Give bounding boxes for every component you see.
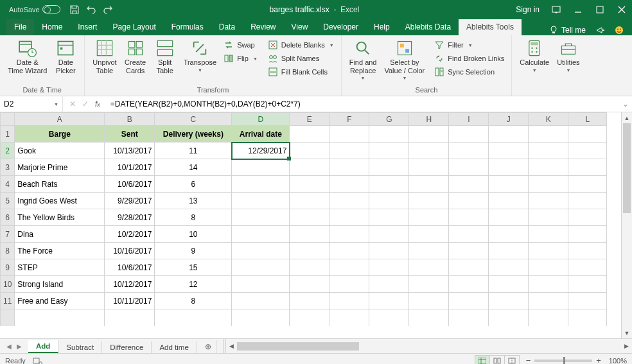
cell-J10[interactable] <box>489 276 529 293</box>
cell-G1[interactable] <box>369 126 409 143</box>
scroll-down-icon[interactable]: ▼ <box>622 327 632 338</box>
cell-D1[interactable]: Arrival date <box>232 126 290 143</box>
cell-J2[interactable] <box>489 143 529 159</box>
smiley-icon[interactable] <box>614 25 624 35</box>
cell-B10[interactable]: 10/12/2017 <box>105 276 155 293</box>
row-header-5[interactable]: 5 <box>1 193 15 209</box>
cell-C3[interactable]: 14 <box>155 159 232 176</box>
cell-A6[interactable]: The Yellow Birds <box>15 209 105 226</box>
tab-ablebits-tools[interactable]: Ablebits Tools <box>459 19 522 35</box>
formula-input[interactable]: =DATE(YEAR(B2)+0,MONTH(B2)+0,DAY(B2)+0+C… <box>107 100 619 108</box>
cell-I10[interactable] <box>449 276 489 293</box>
cell-F9[interactable] <box>329 259 369 276</box>
cell-A3[interactable]: Marjorie Prime <box>15 159 105 176</box>
cell-D9[interactable] <box>232 259 290 276</box>
cell-D3[interactable] <box>232 159 290 176</box>
col-header-C[interactable]: C <box>155 113 232 126</box>
cell-H8[interactable] <box>409 243 449 259</box>
enter-formula-icon[interactable]: ✓ <box>82 100 89 108</box>
col-header-I[interactable]: I <box>449 113 489 126</box>
cell-F11[interactable] <box>329 293 369 309</box>
ribbon-options-icon[interactable] <box>551 4 561 15</box>
date-time-wizard-button[interactable]: Date & Time Wizard <box>5 38 49 76</box>
cell-B4[interactable]: 10/6/2017 <box>105 176 155 193</box>
cell-C4[interactable]: 6 <box>155 176 232 193</box>
cell-L4[interactable] <box>568 176 607 193</box>
col-header-J[interactable]: J <box>489 113 529 126</box>
row-header-6[interactable]: 6 <box>1 209 15 226</box>
cell-A9[interactable]: STEP <box>15 259 105 276</box>
cell-G9[interactable] <box>369 259 409 276</box>
row-header-12[interactable] <box>1 309 15 326</box>
fill-blank-cells-button[interactable]: Fill Blank Cells <box>266 66 336 78</box>
cell-H4[interactable] <box>409 176 449 193</box>
cell-J7[interactable] <box>489 226 529 243</box>
cell-C6[interactable]: 8 <box>155 209 232 226</box>
row-header-11[interactable]: 11 <box>1 293 15 309</box>
cell-K8[interactable] <box>529 243 568 259</box>
cell-B12[interactable] <box>105 309 155 326</box>
view-page-break-button[interactable] <box>504 355 520 365</box>
cell-A11[interactable]: Free and Easy <box>15 293 105 309</box>
view-page-layout-button[interactable] <box>489 355 505 365</box>
cell-C10[interactable]: 12 <box>155 276 232 293</box>
cell-J1[interactable] <box>489 126 529 143</box>
cell-B8[interactable]: 10/16/2017 <box>105 243 155 259</box>
cell-J5[interactable] <box>489 193 529 209</box>
col-header-K[interactable]: K <box>529 113 568 126</box>
cell-B11[interactable]: 10/11/2017 <box>105 293 155 309</box>
cell-E2[interactable] <box>290 143 329 159</box>
horizontal-scrollbar[interactable]: ◀ ▶ <box>223 339 632 353</box>
col-header-F[interactable]: F <box>329 113 369 126</box>
cell-A5[interactable]: Ingrid Goes West <box>15 193 105 209</box>
cell-I3[interactable] <box>449 159 489 176</box>
sheet-nav-prev-icon[interactable]: ◀ <box>6 343 12 350</box>
cell-I7[interactable] <box>449 226 489 243</box>
cell-D12[interactable] <box>232 309 290 326</box>
cell-L10[interactable] <box>568 276 607 293</box>
scroll-thumb[interactable] <box>237 342 359 351</box>
cell-A12[interactable] <box>15 309 105 326</box>
cell-F2[interactable] <box>329 143 369 159</box>
unpivot-table-button[interactable]: Unpivot Table <box>90 38 119 76</box>
find-replace-button[interactable]: Find and Replace▼ <box>347 38 380 82</box>
expand-formula-bar-icon[interactable]: ⌄ <box>619 100 632 108</box>
cell-G4[interactable] <box>369 176 409 193</box>
cell-G5[interactable] <box>369 193 409 209</box>
cell-D5[interactable] <box>232 193 290 209</box>
cell-F6[interactable] <box>329 209 369 226</box>
tab-ablebits-data[interactable]: Ablebits Data <box>398 19 459 35</box>
cell-A4[interactable]: Beach Rats <box>15 176 105 193</box>
cell-F10[interactable] <box>329 276 369 293</box>
filter-button[interactable]: Filter▼ <box>432 39 506 51</box>
swap-button[interactable]: Swap <box>222 39 259 51</box>
maximize-icon[interactable] <box>595 4 605 15</box>
cell-I6[interactable] <box>449 209 489 226</box>
cell-I2[interactable] <box>449 143 489 159</box>
tab-insert[interactable]: Insert <box>70 19 105 35</box>
utilities-button[interactable]: Utilities▼ <box>554 38 582 74</box>
cell-J12[interactable] <box>489 309 529 326</box>
cell-H12[interactable] <box>409 309 449 326</box>
tab-file[interactable]: File <box>6 19 34 35</box>
cell-E11[interactable] <box>290 293 329 309</box>
redo-icon[interactable] <box>103 4 113 15</box>
cell-B6[interactable]: 9/28/2017 <box>105 209 155 226</box>
scroll-left-icon[interactable]: ◀ <box>226 343 237 349</box>
cell-E5[interactable] <box>290 193 329 209</box>
flip-button[interactable]: Flip▼ <box>222 53 259 64</box>
cell-A8[interactable]: The Force <box>15 243 105 259</box>
cell-A10[interactable]: Strong Island <box>15 276 105 293</box>
sheet-tab-Difference[interactable]: Difference <box>102 342 152 353</box>
cell-L3[interactable] <box>568 159 607 176</box>
cell-G11[interactable] <box>369 293 409 309</box>
cell-G3[interactable] <box>369 159 409 176</box>
zoom-in-button[interactable]: + <box>596 356 601 364</box>
cell-K4[interactable] <box>529 176 568 193</box>
new-sheet-button[interactable]: ⊕ <box>197 340 216 353</box>
cell-F12[interactable] <box>329 309 369 326</box>
cell-E7[interactable] <box>290 226 329 243</box>
cell-C1[interactable]: Delivery (weeks) <box>155 126 232 143</box>
row-header-1[interactable]: 1 <box>1 126 15 143</box>
tab-review[interactable]: Review <box>243 19 283 35</box>
